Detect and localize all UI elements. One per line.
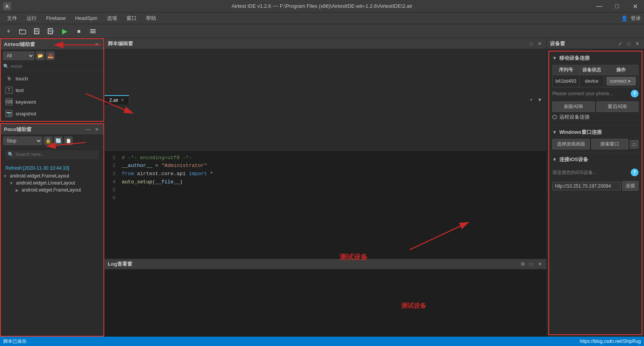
center-area: 脚本编辑窗 □ ✕ 2.air ✕ + ▼ 1 2 — [105, 38, 546, 337]
airtest-filter-export-btn[interactable]: 📤 — [46, 51, 55, 60]
search-window-button[interactable]: 搜索窗口 — [591, 139, 629, 149]
script-panel-controls: □ ✕ — [528, 40, 543, 47]
svg-rect-0 — [20, 30, 26, 34]
menu-options[interactable]: 选项 — [103, 13, 121, 23]
airtest-panel-controls: — ✕ — [85, 41, 100, 48]
tab-2air-close[interactable]: ✕ — [121, 98, 124, 103]
maximize-button[interactable]: □ — [608, 0, 626, 12]
ios-connect-button[interactable]: 连接 — [622, 181, 639, 191]
device-serial: b41bd493 — [553, 75, 580, 87]
connect-phone-text: Please connect your phone... — [552, 91, 613, 96]
tree-refresh-text: Refresh:[2020-11-30 10:44:33] — [3, 164, 101, 172]
log-content: 测试设备 — [105, 270, 546, 337]
save-button[interactable] — [31, 26, 42, 37]
connect-help-btn[interactable]: ? — [631, 90, 639, 98]
settings-button[interactable] — [87, 26, 98, 37]
ios-url-input[interactable] — [552, 182, 621, 190]
tree-item-framelayout-child[interactable]: ▶ android.widget.FrameLayout — [3, 186, 101, 193]
new-button[interactable]: + — [3, 26, 14, 37]
device-expand-btn[interactable]: ⤢ — [617, 40, 624, 47]
device-panel-controls: ⤢ □ ✕ — [617, 40, 641, 47]
editor-header-right: + ▼ — [528, 96, 546, 103]
airtest-item-snapshot[interactable]: 📷 snapshot — [1, 108, 103, 119]
menu-file[interactable]: 文件 — [3, 13, 21, 23]
menu-headspin[interactable]: HeadSpin — [71, 14, 101, 23]
refresh-adb-button[interactable]: 刷新ADB — [552, 101, 595, 112]
script-panel: 脚本编辑窗 □ ✕ 2.air ✕ + ▼ 1 2 — [105, 38, 546, 259]
title-bar: A Airtest IDE v1.2.6 ~~ F:\Program Files… — [0, 0, 644, 12]
airtest-close-btn[interactable]: ✕ — [93, 41, 100, 48]
poco-screenshot-btn[interactable]: 📋 — [64, 137, 73, 145]
remote-device-radio[interactable] — [552, 115, 557, 119]
save-as-button[interactable]: + — [45, 26, 56, 37]
device-minimize-btn[interactable]: □ — [625, 40, 632, 47]
poco-panel-controls: — ✕ — [85, 126, 100, 133]
run-button[interactable]: ▶ — [59, 26, 70, 37]
code-area[interactable]: 1 2 3 4 5 6 # -*- encoding=utf8 -*- __au… — [105, 151, 546, 259]
tab-2air[interactable]: 2.air ✕ — [105, 95, 129, 105]
windows-section-title: ▼ Windows窗口连接 — [552, 129, 639, 136]
airtest-search-input[interactable] — [11, 64, 101, 69]
status-right-text: https://blog.csdn.net/ShipRug — [580, 339, 641, 344]
left-panel: Airtest辅助窗 — ✕ All 📂 📤 🔍 🖱 — [0, 38, 105, 337]
menu-run[interactable]: 运行 — [23, 13, 41, 23]
airtest-panel: Airtest辅助窗 — ✕ All 📂 📤 🔍 🖱 — [0, 38, 104, 122]
tab-2air-label: 2.air — [109, 98, 118, 103]
windows-icon-button[interactable]: □ — [630, 140, 639, 149]
airtest-item-touch[interactable]: 🖱 touch — [1, 73, 103, 84]
code-content[interactable]: # -*- encoding=utf8 -*- __author__ = "Ad… — [119, 154, 546, 256]
touch-label: touch — [16, 76, 28, 82]
menubar-right: 👤 登录 — [621, 15, 641, 22]
table-header-status: 设备状态 — [579, 65, 604, 75]
save-icon — [34, 28, 40, 34]
keyevent-icon: ⌨ — [5, 98, 12, 105]
poco-search-input[interactable] — [15, 152, 96, 157]
open-button[interactable] — [17, 26, 28, 37]
script-panel-header: 脚本编辑窗 □ ✕ — [105, 38, 546, 49]
tabs-bar: 2.air ✕ + ▼ — [105, 49, 546, 151]
login-label[interactable]: 登录 — [631, 15, 641, 22]
poco-mode-select[interactable]: Stop — [3, 137, 42, 145]
close-button[interactable]: ✕ — [626, 0, 644, 12]
chevron-down-icon: ▼ — [3, 174, 7, 178]
stop-button[interactable]: ■ — [73, 26, 84, 37]
airtest-filter-select[interactable]: All — [3, 51, 34, 60]
ios-help-btn[interactable]: ? — [631, 169, 639, 176]
device-status: device — [579, 75, 604, 87]
poco-panel-header: Poco辅助窗 — ✕ — [1, 124, 103, 135]
settings-icon — [90, 28, 96, 34]
mobile-section: ▼ 移动设备连接 序列号 设备状态 操作 b41bd493 — [549, 51, 642, 126]
menu-window[interactable]: 窗口 — [123, 13, 141, 23]
poco-lock-btn[interactable]: 🔒 — [44, 137, 52, 145]
log-close-btn[interactable]: ✕ — [536, 261, 543, 268]
code-line-4: from airtest.core.api import * — [122, 170, 546, 178]
save-as-icon: + — [47, 28, 54, 34]
poco-close-btn[interactable]: ✕ — [93, 126, 100, 133]
tree-item-linearlayout[interactable]: ▼ android.widget.LinearLayout — [3, 179, 101, 186]
connect-button[interactable]: connect ▼ — [607, 77, 636, 85]
log-minimize-btn[interactable]: □ — [528, 261, 535, 268]
log-filter-btn[interactable]: ⚙ — [519, 261, 526, 268]
airtest-item-keyevent[interactable]: ⌨ keyevent — [1, 96, 103, 108]
menu-help[interactable]: 帮助 — [142, 13, 160, 23]
connect-phone-row: Please connect your phone... ? — [552, 87, 639, 100]
editor-add-tab-btn[interactable]: + — [528, 96, 535, 103]
device-close-btn[interactable]: ✕ — [634, 40, 641, 47]
airtest-minimize-btn[interactable]: — — [85, 41, 92, 48]
select-game-button[interactable]: 选择游戏画面 — [552, 139, 590, 149]
poco-refresh-btn[interactable]: 🔄 — [54, 137, 62, 145]
login-icon[interactable]: 👤 — [621, 15, 628, 21]
script-panel-minimize-btn[interactable]: □ — [528, 40, 535, 47]
windows-section-label: Windows窗口连接 — [559, 129, 602, 136]
mobile-section-label: 移动设备连接 — [559, 55, 590, 62]
tree-item-framelayout[interactable]: ▼ android.widget.FrameLayout — [3, 172, 101, 179]
airtest-filter-import-btn[interactable]: 📂 — [36, 51, 44, 60]
restart-adb-button[interactable]: 重启ADB — [596, 101, 639, 112]
menu-firebase[interactable]: Firebase — [42, 14, 70, 23]
airtest-item-text[interactable]: T text — [1, 84, 103, 96]
script-panel-close-btn[interactable]: ✕ — [536, 40, 543, 47]
annotation-test-device: 测试设备 — [401, 302, 426, 310]
poco-minimize-btn[interactable]: — — [85, 126, 92, 133]
minimize-button[interactable]: — — [590, 0, 608, 12]
editor-tab-dropdown-btn[interactable]: ▼ — [536, 96, 543, 103]
